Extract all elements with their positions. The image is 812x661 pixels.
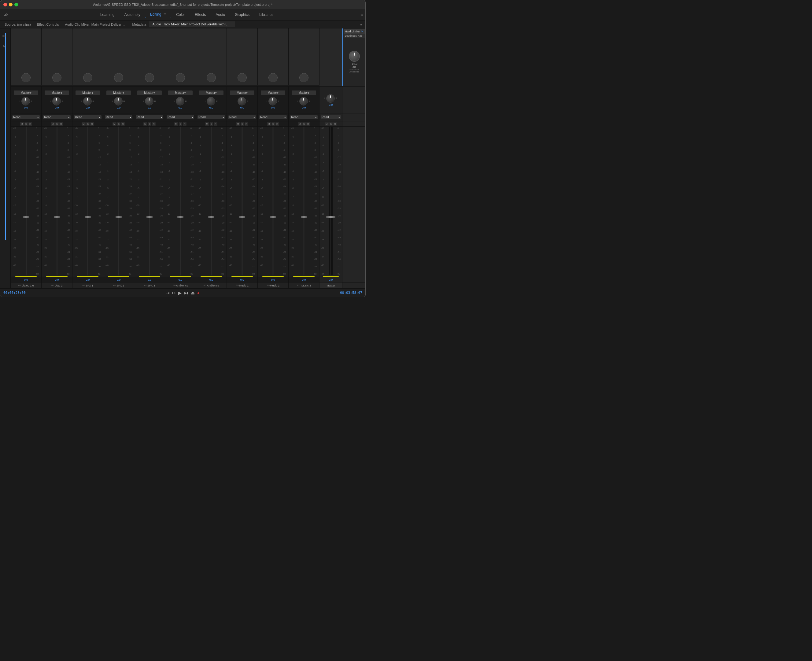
master-dropdown-7[interactable]: Master▾ <box>199 91 223 95</box>
fader-handle-5[interactable] <box>147 216 153 218</box>
pan-knob-2[interactable] <box>52 97 61 105</box>
mute-btn-5[interactable]: M <box>144 122 147 126</box>
read-dropdown-7[interactable]: Read▾ <box>198 115 225 119</box>
solo-btn-3[interactable]: S <box>86 122 89 126</box>
record-btn-5[interactable]: R <box>152 122 156 126</box>
master-dropdown-6[interactable]: Master▾ <box>168 91 193 95</box>
fader-handle-1[interactable] <box>23 216 29 218</box>
maximize-button[interactable] <box>14 3 18 6</box>
nav-effects[interactable]: Effects <box>190 11 211 18</box>
fader-handle-master[interactable] <box>326 216 335 218</box>
master-dropdown-3[interactable]: Master▾ <box>75 91 100 95</box>
mute-btn-8[interactable]: M <box>236 122 240 126</box>
record-btn-6[interactable]: R <box>183 122 187 126</box>
editing-menu-icon[interactable]: ☰ <box>164 13 166 16</box>
read-dropdown-2[interactable]: Read▾ <box>43 115 71 119</box>
nav-libraries[interactable]: Libraries <box>254 11 278 18</box>
solo-btn-2[interactable]: S <box>55 122 59 126</box>
read-dropdown-9[interactable]: Read▾ <box>259 115 287 119</box>
read-dropdown-4[interactable]: Read▾ <box>105 115 132 119</box>
solo-btn-6[interactable]: S <box>179 122 182 126</box>
fader-handle-2[interactable] <box>54 216 60 218</box>
read-dropdown-5[interactable]: Read▾ <box>136 115 163 119</box>
record-btn-8[interactable]: R <box>244 122 248 126</box>
go-to-out-button[interactable]: ↦ <box>172 291 176 295</box>
tab-metadata[interactable]: Metadata <box>129 22 150 27</box>
pen-icon[interactable]: ✎ <box>2 44 5 49</box>
nav-color[interactable]: Color <box>171 11 190 18</box>
panel-menu-button[interactable]: ≡ <box>359 22 364 26</box>
mute-btn-7[interactable]: M <box>205 122 209 126</box>
record-btn-4[interactable]: R <box>121 122 125 126</box>
fader-handle-7[interactable] <box>208 216 214 218</box>
pan-knob-7[interactable] <box>207 97 215 105</box>
go-to-start-button[interactable]: ⏮ <box>184 291 188 295</box>
tab-effect-controls[interactable]: Effect Controls <box>34 22 62 27</box>
record-btn-9[interactable]: R <box>276 122 279 126</box>
record-btn-3[interactable]: R <box>90 122 94 126</box>
fader-handle-10[interactable] <box>301 216 307 218</box>
mute-btn-4[interactable]: M <box>113 122 116 126</box>
solo-btn-master[interactable]: S <box>329 122 333 126</box>
tab-audio-track-mixer[interactable]: Audio Track Mixer: Main Project Delivera… <box>149 21 235 27</box>
pan-knob-1[interactable] <box>21 97 30 105</box>
mute-btn-1[interactable]: M <box>20 122 24 126</box>
record-btn-1[interactable]: R <box>29 122 32 126</box>
pan-knob-3[interactable] <box>83 97 92 105</box>
scissor-icon[interactable]: ✂ <box>2 34 6 38</box>
read-dropdown-3[interactable]: Read▾ <box>74 115 102 119</box>
solo-btn-10[interactable]: S <box>302 122 306 126</box>
solo-btn-7[interactable]: S <box>210 122 213 126</box>
fader-handle-4[interactable] <box>116 216 122 218</box>
master-dropdown-10[interactable]: Master▾ <box>292 91 316 95</box>
minimize-button[interactable] <box>9 3 13 6</box>
solo-btn-1[interactable]: S <box>24 122 28 126</box>
mute-btn-9[interactable]: M <box>267 122 271 126</box>
pan-knob-6[interactable] <box>176 97 184 105</box>
solo-btn-8[interactable]: S <box>241 122 244 126</box>
master-dropdown-2[interactable]: Master▾ <box>45 91 69 95</box>
pan-knob-master[interactable] <box>326 94 335 103</box>
read-dropdown-8[interactable]: Read▾ <box>228 115 256 119</box>
pan-knob-5[interactable] <box>145 97 153 105</box>
record-button[interactable]: ● <box>197 291 199 295</box>
pan-knob-4[interactable] <box>114 97 123 105</box>
read-dropdown-master[interactable]: Read▾ <box>321 115 341 119</box>
master-dropdown-5[interactable]: Master▾ <box>137 91 162 95</box>
read-dropdown-1[interactable]: Read▾ <box>12 115 40 119</box>
mute-btn-2[interactable]: M <box>51 122 55 126</box>
window-controls[interactable] <box>3 3 18 6</box>
solo-btn-9[interactable]: S <box>271 122 275 126</box>
fader-handle-6[interactable] <box>177 216 183 218</box>
solo-btn-5[interactable]: S <box>148 122 152 126</box>
mute-btn-6[interactable]: M <box>174 122 178 126</box>
master-dropdown-8[interactable]: Master▾ <box>230 91 254 95</box>
pan-knob-9[interactable] <box>268 97 277 105</box>
nav-more-button[interactable]: » <box>361 12 363 17</box>
mute-btn-3[interactable]: M <box>81 122 86 126</box>
nav-learning[interactable]: Learning <box>96 11 120 18</box>
export-button[interactable]: ⏏ <box>191 291 195 295</box>
play-button[interactable]: ▶ <box>178 291 182 295</box>
record-btn-10[interactable]: R <box>306 122 310 126</box>
nav-assembly[interactable]: Assembly <box>120 11 145 18</box>
master-dropdown-1[interactable]: Master▾ <box>14 91 38 95</box>
read-dropdown-6[interactable]: Read▾ <box>167 115 194 119</box>
pan-knob-8[interactable] <box>238 97 246 105</box>
mute-btn-master[interactable]: M <box>325 122 329 126</box>
record-btn-2[interactable]: R <box>59 122 63 126</box>
plugin-amplitude-knob[interactable] <box>349 51 360 62</box>
master-dropdown-4[interactable]: Master▾ <box>106 91 131 95</box>
pan-knob-10[interactable] <box>299 97 308 105</box>
nav-audio[interactable]: Audio <box>211 11 230 18</box>
fader-handle-9[interactable] <box>270 216 276 218</box>
record-btn-master[interactable]: R <box>333 122 337 126</box>
fader-handle-3[interactable] <box>85 216 91 218</box>
nav-editing[interactable]: Editing ☰ <box>145 11 172 18</box>
master-dropdown-9[interactable]: Master▾ <box>261 91 285 95</box>
tab-audio-clip-mixer[interactable]: Audio Clip Mixer: Main Project Deliverab… <box>62 22 129 27</box>
plugin-fx-icon[interactable]: fx <box>361 30 364 33</box>
tab-source[interactable]: Source: (no clips) <box>2 22 34 27</box>
record-btn-7[interactable]: R <box>214 122 217 126</box>
solo-btn-4[interactable]: S <box>117 122 120 126</box>
